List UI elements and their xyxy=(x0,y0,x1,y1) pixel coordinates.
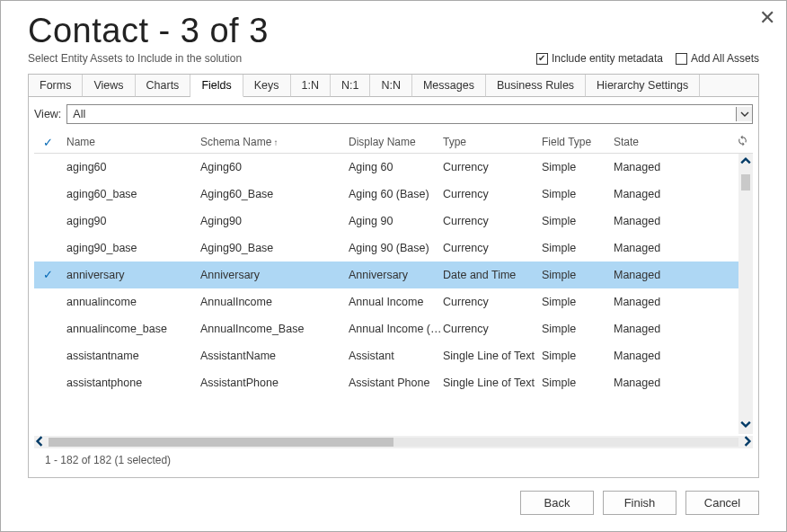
scroll-right-icon[interactable] xyxy=(742,436,753,449)
cell-name: annualincome_base xyxy=(61,323,200,335)
back-button[interactable]: Back xyxy=(520,491,594,515)
status-text: 1 - 182 of 182 (1 selected) xyxy=(34,448,753,468)
horizontal-scrollbar[interactable] xyxy=(34,436,753,448)
cell-type: Currency xyxy=(443,215,542,227)
cell-field-type: Simple xyxy=(542,188,614,200)
vertical-scrollbar[interactable] xyxy=(738,154,753,434)
cell-field-type: Simple xyxy=(542,323,614,335)
table-row[interactable]: aging90_baseAging90_BaseAging 90 (Base)C… xyxy=(34,235,738,262)
table-row[interactable]: assistantphoneAssistantPhoneAssistant Ph… xyxy=(34,369,738,396)
include-metadata-label: Include entity metadata xyxy=(552,52,663,65)
table-row[interactable]: ✓anniversaryAnniversaryAnniversaryDate a… xyxy=(34,262,738,288)
cell-field-type: Simple xyxy=(542,296,614,308)
tab-messages[interactable]: Messages xyxy=(412,75,486,97)
tab-n-n[interactable]: N:N xyxy=(370,75,412,97)
tab-forms[interactable]: Forms xyxy=(29,75,83,97)
row-check[interactable]: ✓ xyxy=(34,268,61,281)
scroll-up-icon[interactable] xyxy=(740,155,751,169)
grid-body: aging60Aging60Aging 60CurrencySimpleMana… xyxy=(34,154,753,434)
cell-field-type: Simple xyxy=(542,161,614,173)
cell-type: Currency xyxy=(443,242,542,254)
table-row[interactable]: annualincomeAnnualIncomeAnnual IncomeCur… xyxy=(34,288,738,315)
finish-button[interactable]: Finish xyxy=(603,491,676,515)
cell-display: Assistant Phone xyxy=(349,377,443,389)
content-panel: View: All ✓ Name Schema Name↑ Display Na… xyxy=(28,97,759,478)
cell-schema: Aging90 xyxy=(200,215,349,227)
tab-hierarchy-settings[interactable]: Hierarchy Settings xyxy=(586,75,700,97)
tab-keys[interactable]: Keys xyxy=(243,75,291,97)
cell-state: Managed xyxy=(614,350,694,362)
cell-display: Anniversary xyxy=(349,269,443,281)
cell-schema: Aging60 xyxy=(200,161,349,173)
cell-field-type: Simple xyxy=(542,377,614,389)
table-row[interactable]: assistantnameAssistantNameAssistantSingl… xyxy=(34,342,738,369)
cell-type: Currency xyxy=(443,296,542,308)
tab-views[interactable]: Views xyxy=(83,75,135,97)
scroll-left-icon[interactable] xyxy=(34,436,45,449)
tab-1-n[interactable]: 1:N xyxy=(291,75,331,97)
cell-schema: Aging90_Base xyxy=(200,242,349,254)
cell-type: Currency xyxy=(443,161,542,173)
cell-state: Managed xyxy=(614,188,694,200)
cell-state: Managed xyxy=(614,323,694,335)
select-all-checkbox[interactable]: ✓ xyxy=(34,136,61,149)
cell-name: annualincome xyxy=(61,296,200,308)
column-type[interactable]: Type xyxy=(443,136,542,148)
column-display[interactable]: Display Name xyxy=(349,136,443,148)
add-all-assets-label: Add All Assets xyxy=(691,52,759,65)
cell-schema: AnnualIncome_Base xyxy=(200,323,349,335)
tab-strip: FormsViewsChartsFieldsKeys1:NN:1N:NMessa… xyxy=(28,74,759,97)
cell-field-type: Simple xyxy=(542,350,614,362)
chevron-down-icon[interactable] xyxy=(736,107,752,121)
table-row[interactable]: annualincome_baseAnnualIncome_BaseAnnual… xyxy=(34,315,738,342)
cell-display: Aging 60 (Base) xyxy=(349,188,443,200)
view-row: View: All xyxy=(34,104,753,124)
cancel-button[interactable]: Cancel xyxy=(685,491,759,515)
table-row[interactable]: aging60_baseAging60_BaseAging 60 (Base)C… xyxy=(34,181,738,208)
checkbox-icon: ✔ xyxy=(536,53,548,65)
add-all-assets-checkbox[interactable]: Add All Assets xyxy=(676,52,759,65)
scroll-track[interactable] xyxy=(741,169,750,419)
tab-business-rules[interactable]: Business Rules xyxy=(486,75,586,97)
refresh-icon[interactable] xyxy=(731,135,753,149)
cell-schema: AssistantPhone xyxy=(200,377,349,389)
scroll-thumb[interactable] xyxy=(49,438,394,447)
tab-charts[interactable]: Charts xyxy=(136,75,191,97)
cell-display: Assistant xyxy=(349,350,443,362)
page-title: Contact - 3 of 3 xyxy=(28,12,759,50)
cell-name: anniversary xyxy=(61,269,200,281)
cell-type: Currency xyxy=(443,188,542,200)
cell-state: Managed xyxy=(614,215,694,227)
grid-header: ✓ Name Schema Name↑ Display Name Type Fi… xyxy=(34,131,753,154)
column-state[interactable]: State xyxy=(614,136,694,148)
cell-name: aging60 xyxy=(61,161,200,173)
cell-schema: AnnualIncome xyxy=(200,296,349,308)
header-options: ✔ Include entity metadata Add All Assets xyxy=(536,52,759,65)
cell-state: Managed xyxy=(614,269,694,281)
cell-state: Managed xyxy=(614,377,694,389)
tab-n-1[interactable]: N:1 xyxy=(331,75,370,97)
rows-container: aging60Aging60Aging 60CurrencySimpleMana… xyxy=(34,154,738,434)
include-metadata-checkbox[interactable]: ✔ Include entity metadata xyxy=(536,52,663,65)
cell-display: Aging 90 (Base) xyxy=(349,242,443,254)
cell-name: assistantname xyxy=(61,350,200,362)
tab-fields[interactable]: Fields xyxy=(190,75,243,97)
scroll-down-icon[interactable] xyxy=(740,419,751,432)
column-name[interactable]: Name xyxy=(61,136,200,148)
cell-name: aging60_base xyxy=(61,188,200,200)
cell-type: Single Line of Text xyxy=(443,350,542,362)
scroll-track[interactable] xyxy=(49,438,738,447)
table-row[interactable]: aging60Aging60Aging 60CurrencySimpleMana… xyxy=(34,154,738,181)
checkbox-icon xyxy=(676,53,687,65)
column-field-type[interactable]: Field Type xyxy=(542,136,614,148)
column-schema[interactable]: Schema Name↑ xyxy=(200,136,349,148)
cell-field-type: Simple xyxy=(542,242,614,254)
cell-display: Annual Income (… xyxy=(349,323,443,335)
table-row[interactable]: aging90Aging90Aging 90CurrencySimpleMana… xyxy=(34,208,738,235)
cell-display: Annual Income xyxy=(349,296,443,308)
view-select[interactable]: All xyxy=(66,104,753,124)
cell-schema: Aging60_Base xyxy=(200,188,349,200)
scroll-thumb[interactable] xyxy=(741,174,750,191)
cell-state: Managed xyxy=(614,161,694,173)
close-icon[interactable]: ✕ xyxy=(759,8,775,28)
